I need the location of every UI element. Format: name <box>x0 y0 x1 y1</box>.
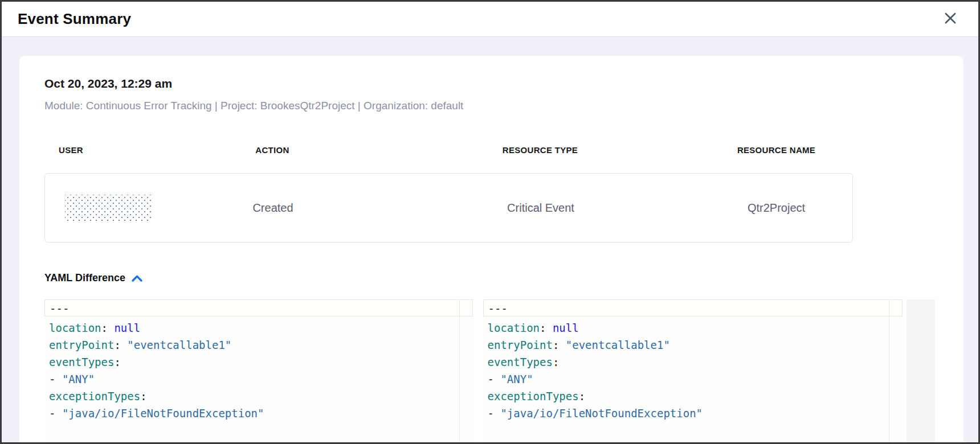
event-context-line: Module: Continuous Error Tracking | Proj… <box>44 99 935 113</box>
code-line: eventTypes: <box>483 353 903 371</box>
yaml-difference-toggle[interactable]: YAML Difference <box>44 272 143 284</box>
code-line: exceptionTypes: <box>483 388 903 405</box>
column-header-user: USER <box>44 145 164 156</box>
close-button[interactable] <box>941 10 960 29</box>
table-row: Created Critical Event Qtr2Project <box>44 173 853 242</box>
code-line: entryPoint: "eventcallable1" <box>483 336 903 353</box>
modal-header: Event Summary <box>2 2 978 37</box>
code-line: eventTypes: <box>44 353 473 371</box>
modal-body: Oct 20, 2023, 12:29 am Module: Continuou… <box>2 37 978 444</box>
event-summary-modal: Event Summary Oct 20, 2023, 12:29 am Mod… <box>0 0 980 444</box>
column-header-resource-type: RESOURCE TYPE <box>381 145 700 156</box>
resource-type-cell: Critical Event <box>381 202 700 215</box>
yaml-diff-pane-left: ---location: nullentryPoint: "eventcalla… <box>44 299 473 444</box>
close-icon <box>943 11 958 27</box>
page-title: Event Summary <box>18 10 131 28</box>
user-cell <box>45 195 165 221</box>
redacted-user-avatar <box>65 195 152 221</box>
event-timestamp: Oct 20, 2023, 12:29 am <box>44 76 935 91</box>
code-line: entryPoint: "eventcallable1" <box>44 336 473 353</box>
code-line: --- <box>483 299 903 316</box>
code-line: - "java/io/FileNotFoundException" <box>44 405 473 422</box>
action-cell: Created <box>165 202 381 215</box>
code-line: location: null <box>483 319 903 336</box>
table-header-row: USER ACTION RESOURCE TYPE RESOURCE NAME <box>44 145 853 156</box>
chevron-up-icon <box>131 274 143 282</box>
yaml-diff-pane-right: ---location: nullentryPoint: "eventcalla… <box>483 299 903 444</box>
pane-scrollbar-divider <box>459 299 460 444</box>
code-line: location: null <box>44 319 473 336</box>
code-line: - "ANY" <box>483 371 903 388</box>
code-line: - "java/io/FileNotFoundException" <box>483 405 903 422</box>
yaml-difference-label: YAML Difference <box>44 272 125 284</box>
resource-name-cell: Qtr2Project <box>700 202 852 215</box>
yaml-diff-viewer: ---location: nullentryPoint: "eventcalla… <box>44 299 935 444</box>
pane-scrollbar-divider <box>889 299 889 444</box>
code-line: --- <box>44 299 473 316</box>
diff-vertical-scrollbar[interactable] <box>906 299 935 444</box>
code-line: - "ANY" <box>44 371 473 388</box>
event-card: Oct 20, 2023, 12:29 am Module: Continuou… <box>19 56 963 444</box>
column-header-resource-name: RESOURCE NAME <box>700 145 853 156</box>
column-header-action: ACTION <box>164 145 381 156</box>
code-line: exceptionTypes: <box>44 388 473 405</box>
